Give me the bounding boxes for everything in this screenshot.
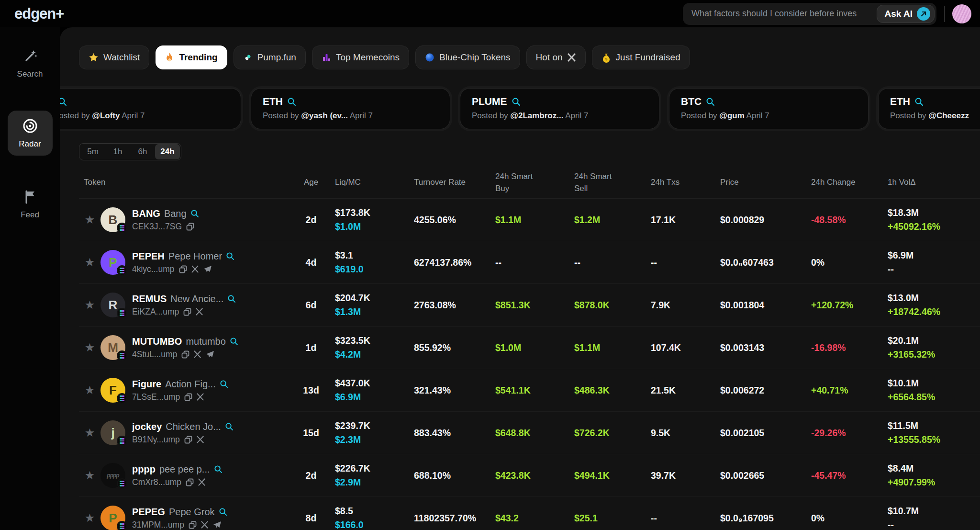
telegram-link-icon[interactable] — [203, 265, 212, 273]
timeframe-option[interactable]: 6h — [130, 144, 155, 159]
radar-icon — [22, 117, 39, 135]
tab-top-memecoins[interactable]: Top Memecoins — [312, 45, 409, 69]
search-icon[interactable] — [230, 337, 238, 346]
ask-ai-button[interactable]: Ask AI — [877, 5, 935, 23]
x-link-icon[interactable] — [201, 521, 209, 529]
search-icon[interactable] — [220, 380, 228, 388]
tab-just-fundraised[interactable]: $ Just Fundraised — [592, 45, 690, 69]
copy-icon[interactable] — [184, 436, 192, 444]
token-cell: P PEPEG Pepe Grok 31MPM...ump — [100, 506, 292, 530]
token-name: New Ancie... — [170, 293, 223, 304]
search-icon[interactable] — [214, 465, 223, 474]
search-icon[interactable] — [227, 294, 236, 303]
ask-ai-search-bar[interactable]: What factors should I consider before in… — [683, 3, 936, 25]
signal-card[interactable]: PLUME Posted by @2Lambroz... April 7 — [460, 89, 659, 129]
search-icon[interactable] — [226, 252, 234, 260]
tab-label: Trending — [179, 52, 217, 63]
copy-icon[interactable] — [189, 521, 197, 529]
favorite-star-icon[interactable]: ★ — [85, 511, 95, 525]
cell-liq-mc: $226.7K $2.9M — [330, 462, 409, 490]
card-token-symbol: ETH — [263, 96, 283, 107]
telegram-link-icon[interactable] — [213, 521, 222, 529]
table-row[interactable]: ★ j jockey Chicken Jo... B91Ny...ump — [79, 412, 980, 454]
table-row[interactable]: ★ P PEPEH Pepe Homer 4kiyc...ump — [79, 241, 980, 284]
sidebar-item-feed[interactable]: Feed — [21, 189, 39, 220]
search-icon[interactable] — [914, 97, 924, 106]
cell-age: 8d — [292, 513, 330, 524]
table-row[interactable]: ★ F Figure Action Fig... 7LSsE...ump — [79, 369, 980, 412]
signal-card[interactable]: ETH Posted by @yash (ev... April 7 — [251, 89, 450, 129]
x-link-icon[interactable] — [198, 478, 206, 486]
token-avatar: M — [100, 335, 125, 360]
token-cell: B BANG Bang CEK3J...7SG — [100, 207, 292, 232]
tab-hot-on-x[interactable]: Hot on — [526, 45, 586, 69]
table-row[interactable]: ★ B BANG Bang CEK3J...7SG — [79, 199, 980, 241]
x-link-icon[interactable] — [196, 308, 203, 316]
liq-value: $323.5K — [335, 334, 409, 348]
cell-vol: $10.1M +6564.85% — [883, 376, 980, 405]
copy-icon[interactable] — [181, 350, 189, 359]
cell-price: $0.001804 — [715, 300, 806, 311]
favorite-star-icon[interactable]: ★ — [85, 213, 95, 226]
copy-icon[interactable] — [186, 223, 194, 231]
table-row[interactable]: ★ R REMUS New Ancie... EiKZA...ump — [79, 284, 980, 327]
x-link-icon[interactable] — [197, 393, 204, 401]
solana-chain-badge-icon — [117, 223, 127, 233]
timeframe-option[interactable]: 24h — [155, 144, 180, 159]
app-logo: edgen+ — [14, 5, 64, 23]
favorite-star-icon[interactable]: ★ — [85, 298, 95, 312]
tab-trending[interactable]: Trending — [156, 45, 227, 69]
search-icon[interactable] — [287, 97, 296, 106]
mc-value: $6.9M — [335, 390, 409, 404]
token-cell: R REMUS New Ancie... EiKZA...ump — [100, 293, 292, 317]
token-avatar-glyph: B — [109, 213, 118, 227]
vol-change-value: -- — [888, 262, 980, 276]
copy-icon[interactable] — [179, 265, 187, 273]
favorite-star-icon[interactable]: ★ — [85, 426, 95, 440]
sidebar-item-search[interactable]: Search — [17, 47, 43, 79]
signal-card[interactable]: BTC Posted by @gum April 7 — [669, 89, 868, 129]
cell-smart-sell: $878.0K — [569, 300, 646, 311]
telegram-link-icon[interactable] — [206, 350, 214, 358]
cell-vol: $13.0M +18742.46% — [883, 291, 980, 319]
tab-blue-chip-tokens[interactable]: Blue-Chip Tokens — [415, 45, 520, 69]
x-link-icon[interactable] — [191, 265, 199, 273]
cell-price: $0.0₉607463 — [715, 257, 806, 268]
favorite-star-icon[interactable]: ★ — [85, 383, 95, 397]
table-row[interactable]: ★ pppp pppp pee pee p... CmXr8...ump — [79, 454, 980, 497]
search-icon[interactable] — [190, 209, 199, 218]
cell-liq-mc: $239.7K $2.3M — [330, 419, 409, 447]
copy-icon[interactable] — [186, 478, 194, 486]
copy-icon[interactable] — [183, 308, 191, 316]
tab-pumpfun[interactable]: Pump.fun — [234, 45, 306, 69]
favorite-star-icon[interactable]: ★ — [85, 341, 95, 354]
search-icon[interactable] — [512, 97, 521, 106]
table-row[interactable]: ★ M MUTUMBO mutumbo 4StuL...ump — [79, 327, 980, 369]
tab-watchlist[interactable]: Watchlist — [79, 45, 149, 69]
favorite-star-icon[interactable]: ★ — [85, 256, 95, 269]
copy-icon[interactable] — [184, 393, 192, 401]
favorite-star-icon[interactable]: ★ — [85, 469, 95, 482]
cell-age: 6d — [292, 300, 330, 311]
cell-smart-sell: $486.3K — [569, 385, 646, 396]
x-link-icon[interactable] — [194, 350, 201, 358]
signal-card[interactable]: ETH Posted by @Cheeezz — [879, 89, 980, 129]
x-link-icon[interactable] — [197, 436, 204, 443]
liq-value: $239.7K — [335, 419, 409, 433]
table-row[interactable]: ★ P PEPEG Pepe Grok 31MPM...ump — [79, 497, 980, 530]
search-icon[interactable] — [706, 97, 715, 106]
search-icon[interactable] — [225, 422, 234, 431]
token-address: 4kiyc...ump — [132, 264, 175, 274]
search-icon[interactable] — [219, 507, 227, 516]
cell-txs: 7.9K — [646, 300, 715, 311]
search-icon[interactable] — [60, 97, 67, 106]
cell-price: $0.002665 — [715, 470, 806, 481]
timeframe-option[interactable]: 5m — [80, 144, 105, 159]
cell-vol: $8.4M +4907.99% — [883, 462, 980, 490]
sidebar-item-radar[interactable]: Radar — [8, 111, 53, 156]
token-avatar: pppp — [100, 463, 125, 488]
token-avatar-glyph: F — [109, 383, 117, 398]
signal-card[interactable]: Posted by @Lofty April 7 — [60, 89, 241, 129]
user-avatar[interactable] — [952, 4, 971, 23]
timeframe-option[interactable]: 1h — [105, 144, 130, 159]
